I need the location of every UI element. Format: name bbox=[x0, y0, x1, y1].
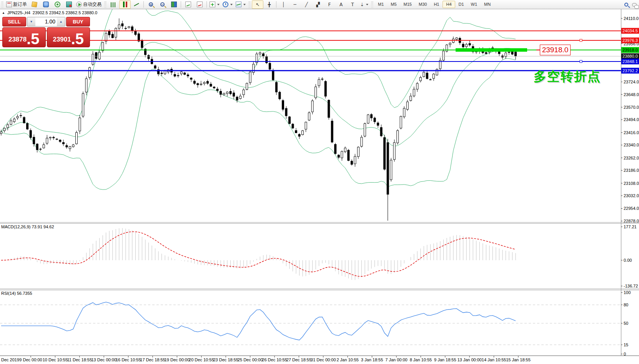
svg-text:50: 50 bbox=[624, 321, 628, 326]
sell-price-int: 23878 bbox=[8, 36, 27, 43]
svg-text:23570.0: 23570.0 bbox=[624, 105, 639, 110]
svg-text:80: 80 bbox=[624, 303, 628, 307]
svg-text:23848.1: 23848.1 bbox=[622, 59, 638, 64]
svg-text:-136.72: -136.72 bbox=[624, 284, 638, 288]
price-callout-box[interactable]: 23918.0 bbox=[540, 45, 571, 55]
buy-price-frac: .5 bbox=[71, 31, 84, 47]
svg-text:25 Dec 00:00: 25 Dec 00:00 bbox=[238, 357, 263, 362]
svg-text:16 Dec 10:55: 16 Dec 10:55 bbox=[116, 357, 141, 362]
svg-text:23186.0: 23186.0 bbox=[624, 168, 639, 173]
svg-text:26 Dec 10:55: 26 Dec 10:55 bbox=[262, 357, 287, 362]
svg-text:0.00: 0.00 bbox=[624, 258, 632, 263]
rsi-indicator bbox=[0, 302, 621, 345]
svg-text:23648.0: 23648.0 bbox=[624, 92, 639, 97]
svg-text:27 Dec 18:55: 27 Dec 18:55 bbox=[286, 357, 311, 362]
mt4-window: 新订单 自动交易 + − + ↖ ╋ │ ─ ╱ ▞ F A T bbox=[0, 0, 639, 364]
buy-price-tile[interactable]: 23901.5 bbox=[47, 27, 90, 47]
volume-decrease-button[interactable]: ▼ bbox=[27, 17, 35, 26]
time-axis: Dec 20199 Dec 00:0010 Dec 10:5511 Dec 18… bbox=[1, 356, 531, 362]
svg-text:14 Jan 10:55: 14 Jan 10:55 bbox=[482, 357, 506, 362]
svg-text:8 Jan 10:55: 8 Jan 10:55 bbox=[410, 357, 432, 362]
sell-button[interactable]: SELL bbox=[2, 17, 26, 27]
volume-increase-button[interactable]: ▲ bbox=[57, 17, 65, 26]
svg-text:23792.2: 23792.2 bbox=[622, 68, 638, 73]
svg-text:31 Dec 00:00: 31 Dec 00:00 bbox=[311, 357, 336, 362]
collapse-one-click-icon[interactable]: ▲ bbox=[2, 11, 5, 15]
svg-text:7 Jan 00:00: 7 Jan 00:00 bbox=[385, 357, 408, 362]
hline-handle[interactable] bbox=[580, 60, 582, 63]
svg-text:23494.0: 23494.0 bbox=[624, 117, 639, 122]
svg-text:3 Jan 18:55: 3 Jan 18:55 bbox=[361, 357, 383, 362]
svg-text:23880.0: 23880.0 bbox=[622, 54, 638, 58]
buy-button[interactable]: BUY bbox=[66, 17, 90, 27]
svg-text:11 Dec 18:55: 11 Dec 18:55 bbox=[67, 357, 92, 362]
ohlc-values: 23902.5 23942.5 23862.5 23880.0 bbox=[33, 10, 97, 15]
candles bbox=[0, 18, 517, 221]
macd-label: MACD(12,26,9) 73.91 94.62 bbox=[1, 224, 54, 229]
price-axis: 24110.023956.023724.023648.023570.023494… bbox=[621, 16, 639, 356]
svg-text:15 Jan 18:55: 15 Jan 18:55 bbox=[506, 357, 531, 362]
macd-indicator bbox=[1, 228, 516, 280]
svg-text:23032.0: 23032.0 bbox=[624, 193, 639, 198]
buy-price-int: 23901 bbox=[53, 36, 71, 43]
svg-text:13 Jan 00:00: 13 Jan 00:00 bbox=[457, 357, 482, 362]
sell-price-frac: .5 bbox=[27, 31, 39, 47]
svg-text:23976.3: 23976.3 bbox=[622, 38, 638, 43]
svg-text:22878.0: 22878.0 bbox=[624, 219, 639, 223]
svg-text:23108.0: 23108.0 bbox=[624, 181, 639, 186]
sell-price-tile[interactable]: 23878.5 bbox=[2, 27, 46, 47]
svg-text:9 Dec 00:00: 9 Dec 00:00 bbox=[19, 357, 42, 362]
chart-symbol-header: ▲ JPN225-,H4 23902.5 23942.5 23862.5 238… bbox=[2, 10, 97, 15]
svg-text:19 Dec 00:00: 19 Dec 00:00 bbox=[165, 357, 190, 362]
symbol-period-label: JPN225-,H4 bbox=[7, 10, 30, 15]
svg-text:10 Dec 10:55: 10 Dec 10:55 bbox=[43, 357, 68, 362]
svg-text:15: 15 bbox=[624, 342, 628, 347]
rsi-label: RSI(14) 56.7355 bbox=[1, 291, 32, 296]
svg-text:23 Dec 18:55: 23 Dec 18:55 bbox=[213, 357, 238, 362]
svg-text:23340.0: 23340.0 bbox=[624, 143, 639, 147]
svg-text:24034.5: 24034.5 bbox=[622, 28, 638, 33]
svg-text:2 Jan 10:55: 2 Jan 10:55 bbox=[336, 357, 359, 362]
volume-input[interactable]: 1.00 bbox=[35, 17, 57, 26]
one-click-trading-panel: SELL ▼ 1.00 ▲ BUY 23878.5 23901.5 bbox=[2, 17, 90, 47]
svg-text:23918.0: 23918.0 bbox=[622, 48, 638, 52]
svg-text:Dec 2019: Dec 2019 bbox=[1, 357, 19, 362]
svg-text:23416.0: 23416.0 bbox=[624, 130, 639, 135]
svg-text:23262.0: 23262.0 bbox=[624, 156, 639, 160]
svg-text:0: 0 bbox=[624, 352, 626, 356]
svg-text:23724.0: 23724.0 bbox=[624, 80, 639, 84]
hline-handle[interactable] bbox=[580, 39, 582, 42]
horizontal-lines bbox=[0, 31, 621, 71]
volume-stepper: ▼ 1.00 ▲ bbox=[27, 17, 65, 27]
pivot-annotation: 多空转折点 bbox=[534, 68, 601, 85]
svg-text:20 Dec 10:55: 20 Dec 10:55 bbox=[189, 357, 214, 362]
svg-text:9 Jan 18:55: 9 Jan 18:55 bbox=[434, 357, 456, 362]
svg-text:13 Dec 00:00: 13 Dec 00:00 bbox=[91, 357, 116, 362]
svg-text:24110.0: 24110.0 bbox=[624, 16, 639, 21]
svg-text:100: 100 bbox=[624, 290, 631, 295]
svg-text:22954.0: 22954.0 bbox=[624, 206, 639, 211]
svg-text:177.21: 177.21 bbox=[624, 224, 637, 229]
svg-text:17 Dec 18:55: 17 Dec 18:55 bbox=[140, 357, 165, 362]
